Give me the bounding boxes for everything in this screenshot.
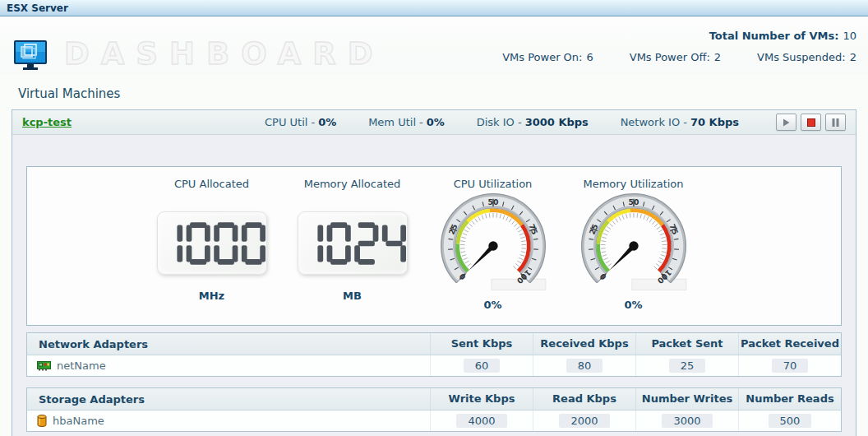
- packet-sent-value: 25: [669, 359, 706, 373]
- col-number-reads: Number Reads: [738, 388, 841, 410]
- sent-kbps-value: 60: [464, 359, 501, 373]
- cpu-util-metric: CPU Util -0%: [265, 116, 336, 128]
- cpu-allocated-widget: CPU Allocated MHz: [141, 167, 282, 325]
- window-titlebar: ESX Server: [0, 0, 868, 16]
- storage-adapters-header: Storage Adapters Write Kbps Read Kbps Nu…: [27, 388, 841, 410]
- power-off-button[interactable]: [801, 114, 821, 131]
- write-kbps-value: 4000: [456, 414, 506, 428]
- number-reads-value: 500: [769, 414, 812, 428]
- app-title: ESX Server: [7, 2, 68, 14]
- vm-metrics-panel: CPU Allocated MHz Memory Allocated MB CP…: [26, 166, 842, 326]
- network-adapter-name: netName: [57, 359, 106, 372]
- memory-utilization-title: Memory Utilization: [583, 178, 683, 190]
- cpu-utilization-widget: CPU Utilization 0255075100 0%: [422, 167, 563, 325]
- col-write-kbps: Write Kbps: [430, 388, 533, 410]
- play-icon: [783, 118, 790, 127]
- read-kbps-value: 2000: [559, 414, 609, 428]
- vms-power-off: VMs Power Off:2: [630, 51, 721, 63]
- monitor-icon: [13, 39, 48, 73]
- svg-text:50: 50: [628, 197, 639, 206]
- col-packet-received: Packet Received: [738, 333, 841, 355]
- network-io-metric: Network IO -70 Kbps: [621, 116, 739, 128]
- disk-io-metric: Disk IO -3000 Kbps: [477, 116, 589, 128]
- vm-panel-header: kcp-test CPU Util -0% Mem Util -0% Disk …: [12, 110, 856, 135]
- memory-allocated-widget: Memory Allocated MB: [282, 167, 422, 325]
- cpu-utilization-gauge: 0255075100: [437, 192, 549, 303]
- section-title-virtual-machines: Virtual Machines: [18, 86, 868, 101]
- suspend-button[interactable]: [825, 114, 846, 131]
- col-read-kbps: Read Kbps: [533, 388, 635, 410]
- cpu-allocated-unit: MHz: [199, 290, 224, 302]
- received-kbps-value: 80: [566, 359, 603, 373]
- col-packet-sent: Packet Sent: [635, 333, 738, 355]
- memory-utilization-gauge: 0255075100: [578, 192, 690, 303]
- power-on-button[interactable]: [776, 114, 796, 131]
- stop-icon: [807, 118, 815, 127]
- total-vms: Total Number of VMs:10: [709, 30, 856, 42]
- col-sent-kbps: Sent Kbps: [430, 333, 533, 355]
- vm-name-link[interactable]: kcp-test: [22, 116, 72, 128]
- total-vms-label: Total Number of VMs:: [709, 30, 839, 42]
- vm-panel: kcp-test CPU Util -0% Mem Util -0% Disk …: [12, 109, 856, 436]
- storage-adapter-row: hbaName 4000 2000 3000 500: [27, 410, 841, 431]
- storage-adapters-title: Storage Adapters: [27, 393, 430, 406]
- vms-power-on: VMs Power On:6: [502, 51, 593, 63]
- network-adapters-title: Network Adapters: [27, 338, 430, 350]
- col-number-writes: Number Writes: [635, 388, 738, 410]
- cpu-allocated-title: CPU Allocated: [174, 178, 249, 190]
- storage-cylinder-icon: [37, 415, 47, 427]
- network-adapter-row: netName 60 80 25 70: [27, 355, 841, 376]
- memory-utilization-value: 0%: [624, 299, 642, 311]
- memory-allocated-lcd: [298, 211, 408, 275]
- memory-utilization-widget: Memory Utilization 0255075100 0%: [563, 167, 704, 325]
- number-writes-value: 3000: [662, 414, 712, 428]
- memory-allocated-title: Memory Allocated: [304, 178, 401, 190]
- network-adapters-table: Network Adapters Sent Kbps Received Kbps…: [26, 332, 842, 377]
- vms-suspended: VMs Suspended:2: [757, 51, 856, 63]
- cpu-allocated-lcd: [157, 211, 267, 275]
- total-vms-value: 10: [843, 30, 856, 42]
- network-adapters-header: Network Adapters Sent Kbps Received Kbps…: [27, 333, 841, 355]
- storage-adapter-name: hbaName: [53, 415, 104, 427]
- vm-header-metrics: CPU Util -0% Mem Util -0% Disk IO -3000 …: [265, 116, 739, 128]
- svg-text:50: 50: [487, 197, 498, 206]
- vm-summary-stats: Total Number of VMs:10 VMs Power On:6 VM…: [502, 30, 856, 63]
- cpu-utilization-title: CPU Utilization: [454, 178, 533, 190]
- vm-panel-body: CPU Allocated MHz Memory Allocated MB CP…: [12, 135, 856, 436]
- dashboard-header: DASHBOARD Total Number of VMs:10 VMs Pow…: [0, 16, 868, 74]
- packet-received-value: 70: [772, 359, 809, 373]
- mem-util-metric: Mem Util -0%: [368, 116, 445, 128]
- cpu-utilization-value: 0%: [483, 299, 501, 311]
- col-received-kbps: Received Kbps: [533, 333, 635, 355]
- storage-adapters-table: Storage Adapters Write Kbps Read Kbps Nu…: [26, 387, 842, 432]
- dashboard-watermark: DASHBOARD: [64, 36, 384, 72]
- network-card-icon: [37, 360, 51, 371]
- vm-power-controls: [776, 114, 846, 131]
- pause-icon: [832, 118, 839, 127]
- memory-allocated-unit: MB: [343, 290, 362, 302]
